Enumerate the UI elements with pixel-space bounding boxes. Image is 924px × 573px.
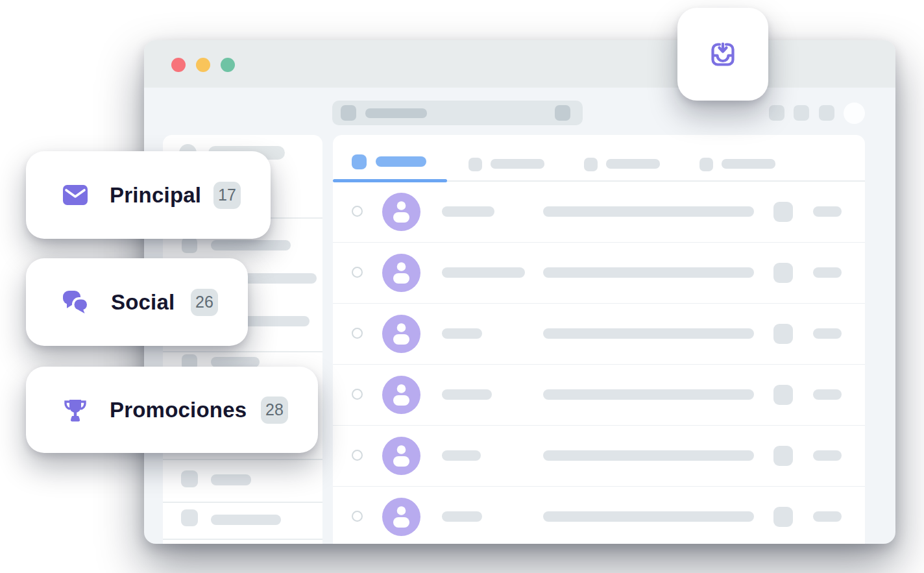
attachment-chip-skeleton (773, 385, 793, 405)
sender-name-skeleton (442, 389, 492, 400)
sender-avatar (382, 254, 420, 292)
filter-icon (555, 105, 570, 121)
folder-label-skeleton[interactable] (211, 240, 291, 250)
tab-bar (333, 135, 865, 182)
sidebar-divider (163, 459, 322, 460)
email-checkbox[interactable] (352, 389, 363, 400)
folder-label-skeleton[interactable] (211, 515, 281, 525)
email-list (333, 182, 865, 544)
category-label: Social (111, 290, 175, 315)
subject-skeleton (543, 389, 754, 400)
timestamp-skeleton (813, 389, 842, 400)
timestamp-skeleton (813, 267, 842, 278)
timestamp-skeleton (813, 328, 842, 339)
subject-skeleton (543, 206, 754, 217)
tab-2-label-skeleton[interactable] (491, 159, 544, 169)
envelope-icon (63, 185, 88, 205)
timestamp-skeleton (813, 450, 842, 461)
sender-name-skeleton (442, 450, 481, 461)
attachment-chip-skeleton (773, 446, 793, 466)
sender-avatar (382, 498, 420, 536)
subject-skeleton (543, 450, 754, 461)
sender-name-skeleton (442, 206, 494, 217)
email-row[interactable] (333, 182, 865, 243)
tab-3-icon[interactable] (584, 158, 598, 171)
subject-skeleton (543, 267, 754, 278)
sender-avatar (382, 193, 420, 231)
toolbar-button-2[interactable] (794, 105, 809, 121)
folder-icon-skeleton[interactable] (181, 509, 198, 526)
email-checkbox[interactable] (352, 511, 363, 522)
browser-window (144, 40, 895, 544)
minimize-window-button[interactable] (196, 58, 210, 72)
category-card-social[interactable]: Social 26 (26, 258, 248, 346)
inbox-arrow-down-icon (711, 42, 735, 67)
category-card-promociones[interactable]: Promociones 28 (26, 367, 318, 453)
sidebar-divider (163, 351, 322, 352)
email-row[interactable] (333, 365, 865, 426)
category-count-badge: 26 (191, 289, 218, 316)
email-row[interactable] (333, 243, 865, 304)
folder-label-skeleton[interactable] (211, 474, 251, 485)
sender-name-skeleton (442, 511, 482, 522)
tab-4-label-skeleton[interactable] (722, 159, 775, 169)
attachment-chip-skeleton (773, 507, 793, 527)
folder-icon-skeleton[interactable] (181, 470, 198, 487)
zoom-window-button[interactable] (221, 58, 235, 72)
folder-icon-skeleton[interactable] (182, 238, 197, 253)
email-row[interactable] (333, 304, 865, 365)
sender-name-skeleton (442, 328, 482, 339)
sidebar-divider (163, 539, 322, 540)
sender-avatar (382, 437, 420, 475)
category-label: Principal (110, 183, 201, 208)
inbox-action-card[interactable] (677, 8, 768, 101)
sender-avatar (382, 315, 420, 353)
sender-avatar (382, 376, 420, 414)
attachment-chip-skeleton (773, 263, 793, 283)
search-icon (341, 105, 356, 121)
email-row[interactable] (333, 426, 865, 487)
trophy-icon (63, 398, 88, 422)
folder-label-skeleton[interactable] (211, 357, 260, 367)
category-count-badge: 28 (261, 396, 288, 424)
category-count-badge: 17 (213, 182, 241, 209)
tab-4-icon[interactable] (699, 158, 713, 171)
email-checkbox[interactable] (352, 450, 363, 461)
close-window-button[interactable] (171, 58, 186, 72)
timestamp-skeleton (813, 511, 842, 522)
subject-skeleton (543, 511, 754, 522)
tab-active-icon[interactable] (352, 154, 367, 169)
category-label: Promociones (110, 398, 247, 422)
chat-bubbles-icon (63, 291, 89, 314)
profile-avatar-button[interactable] (844, 103, 865, 124)
attachment-chip-skeleton (773, 324, 793, 344)
tab-active-label-skeleton[interactable] (376, 156, 426, 167)
category-card-principal[interactable]: Principal 17 (26, 151, 271, 239)
tab-3-label-skeleton[interactable] (606, 159, 660, 169)
email-checkbox[interactable] (352, 206, 363, 217)
tab-2-icon[interactable] (468, 158, 482, 171)
email-checkbox[interactable] (352, 267, 363, 278)
window-titlebar (144, 40, 895, 88)
attachment-chip-skeleton (773, 202, 793, 222)
sender-name-skeleton (442, 267, 525, 278)
search-placeholder-skeleton (365, 108, 427, 118)
timestamp-skeleton (813, 206, 842, 217)
email-row[interactable] (333, 487, 865, 544)
subject-skeleton (543, 328, 754, 339)
search-bar[interactable] (332, 101, 583, 125)
toolbar-button-3[interactable] (819, 105, 834, 121)
toolbar-button-1[interactable] (769, 105, 784, 121)
sidebar-divider (163, 502, 322, 503)
email-checkbox[interactable] (352, 328, 363, 339)
mail-panel (333, 135, 865, 544)
